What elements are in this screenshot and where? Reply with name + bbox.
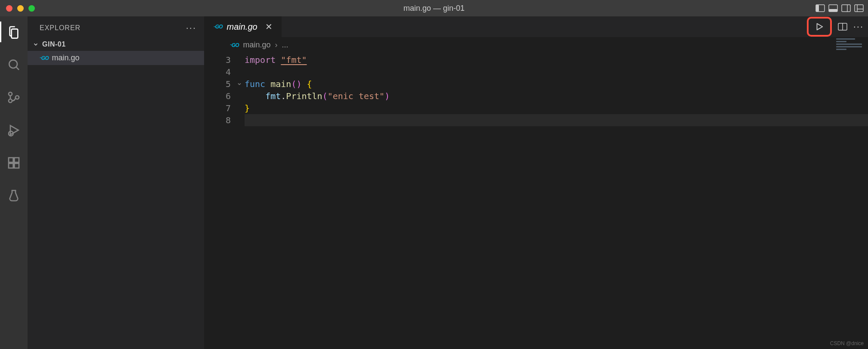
file-name: main.go [52,53,80,62]
activity-source-control[interactable] [0,87,28,108]
run-button[interactable] [807,17,832,37]
customize-layout-icon[interactable] [854,4,864,12]
breadcrumb-file: main.go [243,41,271,50]
tab-bar: GO main.go ✕ ··· [204,16,868,37]
activity-bar [0,16,28,349]
toggle-secondary-sidebar-icon[interactable] [841,4,851,12]
go-file-icon: GO [230,42,239,48]
svg-rect-16 [9,158,13,162]
activity-explorer[interactable] [0,22,28,42]
sidebar-more-icon[interactable]: ··· [186,22,196,34]
window-controls [0,5,35,12]
activity-search[interactable] [0,54,28,75]
code-editor[interactable]: 345678 import "fmt"func main() { fmt.Pri… [204,53,868,349]
window-title: main.go — gin-01 [403,4,465,13]
folder-name: GIN-01 [42,41,66,48]
go-file-icon: GO [214,24,223,30]
svg-rect-17 [9,163,13,168]
svg-marker-14 [10,125,19,134]
activity-testing[interactable] [0,185,28,206]
minimap[interactable] [834,37,868,89]
titlebar: main.go — gin-01 [0,0,868,16]
toggle-primary-sidebar-icon[interactable] [815,4,825,12]
svg-rect-19 [14,158,19,162]
editor-more-icon[interactable]: ··· [853,21,864,32]
folder-header[interactable]: GIN-01 [28,38,204,51]
svg-rect-4 [842,5,850,12]
tab-label: main.go [227,22,257,32]
svg-point-11 [9,92,12,96]
window-maximize-button[interactable] [28,5,35,12]
breadcrumb[interactable]: GO main.go › ... [204,37,868,53]
svg-rect-3 [829,9,837,12]
activity-extensions[interactable] [0,153,28,173]
sidebar: EXPLORER ··· GIN-01 GO main.go [28,16,204,349]
split-editor-icon[interactable] [838,22,847,31]
breadcrumb-rest: ... [282,41,288,50]
code-content[interactable]: import "fmt"func main() { fmt.Println("e… [245,54,868,349]
sidebar-header: EXPLORER ··· [28,16,204,38]
watermark: CSDN @dnice [830,340,864,346]
close-icon[interactable]: ✕ [265,22,273,32]
titlebar-layout-controls [815,4,864,12]
svg-marker-21 [817,24,822,30]
svg-rect-6 [855,5,863,12]
svg-point-9 [9,60,17,68]
tab-main-go[interactable]: GO main.go ✕ [204,16,282,37]
go-file-icon: GO [40,55,49,61]
line-number-gutter: 345678 [204,54,234,349]
svg-rect-18 [14,163,19,168]
editor-area: GO main.go ✕ ··· GO main.go › ... 345678 [204,16,868,349]
toggle-panel-icon[interactable] [828,4,838,12]
svg-point-12 [9,99,12,103]
sidebar-title: EXPLORER [40,24,81,32]
chevron-right-icon: › [275,41,278,50]
svg-line-10 [16,67,19,70]
window-close-button[interactable] [6,5,12,12]
svg-rect-1 [816,5,819,12]
fold-gutter [234,54,245,349]
activity-run-debug[interactable] [0,120,28,140]
chevron-down-icon [33,41,39,47]
file-item-main-go[interactable]: GO main.go [28,51,204,65]
editor-actions: ··· [807,16,864,37]
window-minimize-button[interactable] [17,5,24,12]
